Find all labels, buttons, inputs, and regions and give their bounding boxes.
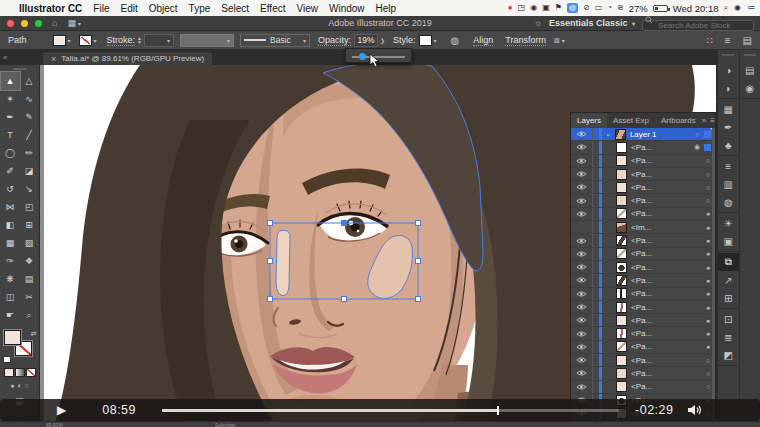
menu-object[interactable]: Object	[149, 3, 178, 14]
layer-thumbnail[interactable]	[616, 142, 627, 153]
shaper-tool[interactable]: ✐	[1, 162, 20, 180]
layer-thumbnail[interactable]	[616, 248, 627, 259]
layer-name[interactable]: <Pa...	[631, 289, 701, 298]
opacity-link[interactable]: Opacity:	[318, 35, 351, 46]
layer-name[interactable]: <Pa...	[631, 342, 701, 351]
artboards-panel-icon[interactable]: ⊞	[718, 289, 739, 307]
layer-name[interactable]: <Pa...	[631, 196, 701, 205]
menu-help[interactable]: Help	[376, 3, 397, 14]
layer-name[interactable]: <Pa...	[631, 236, 701, 245]
target-icon[interactable]: ◉	[690, 143, 704, 151]
active-app-icon[interactable]: ◍	[567, 3, 578, 13]
cc-home-icon[interactable]: ◉	[740, 79, 760, 97]
pen-tool[interactable]: ✒	[1, 108, 20, 126]
layer-name[interactable]: <Pa...	[631, 156, 701, 165]
target-icon[interactable]: ○	[690, 131, 704, 138]
pattern-panel-icon[interactable]: ▥	[718, 175, 739, 193]
layer-name[interactable]: <Pa...	[631, 276, 701, 285]
layer-row[interactable]: <Pa...◉	[571, 141, 715, 154]
minimize-window-button[interactable]	[21, 20, 28, 27]
layer-name[interactable]: Layer 1	[630, 130, 690, 139]
layer-row[interactable]: <Pa...○	[571, 194, 715, 207]
width-tool[interactable]: ⋈	[1, 198, 20, 216]
layer-thumbnail[interactable]	[616, 182, 627, 193]
layer-row[interactable]: <Pa...○	[571, 168, 715, 181]
workspace-switcher-icon[interactable]: ▦▾	[67, 18, 81, 28]
symbol-sprayer-tool[interactable]: ❋	[1, 270, 20, 288]
visibility-toggle[interactable]	[571, 128, 593, 140]
menu-select[interactable]: Select	[221, 3, 249, 14]
layer-thumbnail[interactable]	[616, 302, 627, 313]
progress-bar[interactable]	[162, 409, 619, 412]
stroke-weight-dropdown[interactable]: ▾	[144, 34, 174, 47]
layer-name[interactable]: <Pa...	[631, 369, 701, 378]
menu-effect[interactable]: Effect	[260, 3, 285, 14]
paintbrush-tool[interactable]: ✏	[20, 144, 39, 162]
layer-row[interactable]: <Im...●	[571, 221, 715, 234]
workspace-selector[interactable]: Essentials Classic ▾	[549, 18, 635, 28]
gradient-panel-icon[interactable]: ◗	[718, 79, 739, 97]
pathfinder-panel-icon[interactable]: ◩	[718, 346, 739, 364]
visibility-toggle[interactable]	[571, 354, 593, 366]
gpu-performance-icon[interactable]: ☼	[534, 18, 542, 28]
visibility-toggle[interactable]	[571, 341, 593, 353]
curvature-tool[interactable]: ✎	[20, 108, 39, 126]
gradient-tool[interactable]: ▨	[20, 234, 39, 252]
transform-link[interactable]: Transform	[505, 35, 546, 46]
layer-thumbnail[interactable]	[616, 381, 627, 392]
app-menu[interactable]: Illustrator CC	[19, 3, 82, 14]
artboard-tool[interactable]: ◫	[1, 288, 20, 306]
lasso-tool[interactable]: ∿	[20, 90, 39, 108]
menubar-clock[interactable]: Wed 20:18	[673, 3, 719, 14]
close-window-button[interactable]	[7, 20, 14, 27]
brush-dropdown[interactable]: Basic▾	[240, 34, 310, 47]
layer-name[interactable]: <Pa...	[631, 329, 701, 338]
fill-swatch-control[interactable]: ▾	[53, 35, 71, 46]
visibility-toggle[interactable]	[571, 155, 593, 167]
playhead[interactable]	[497, 406, 499, 415]
swatches-panel-icon[interactable]: ▦	[718, 100, 739, 118]
visibility-toggle[interactable]	[571, 314, 593, 326]
color-button[interactable]	[4, 368, 14, 377]
panel-menu-icon[interactable]: ▤	[743, 35, 752, 46]
home-icon[interactable]: ⌂	[52, 18, 57, 28]
layer-name[interactable]: <Pa...	[631, 143, 690, 152]
visibility-toggle[interactable]	[571, 208, 593, 220]
layers-panel-icon[interactable]: ⧉	[718, 253, 739, 271]
visibility-toggle[interactable]	[571, 327, 593, 339]
blend-tool[interactable]: ❖	[20, 252, 39, 270]
layer-row[interactable]: <Pa...●	[571, 208, 715, 221]
visibility-toggle[interactable]	[571, 181, 593, 193]
layer-name[interactable]: <Pa...	[631, 249, 701, 258]
transparency-panel-icon[interactable]: ◍	[718, 193, 739, 211]
drawing-mode-1[interactable]: ●	[10, 382, 14, 389]
layer-name[interactable]: <Pa...	[631, 263, 701, 272]
visibility-toggle[interactable]	[571, 141, 593, 153]
menu-edit[interactable]: Edit	[120, 3, 137, 14]
wifi-icon[interactable]: ≋	[617, 4, 624, 12]
layer-thumbnail[interactable]	[616, 262, 627, 273]
selection-tool[interactable]: ▲	[1, 72, 20, 90]
magic-wand-tool[interactable]: ✶	[1, 90, 20, 108]
layer-row[interactable]: <Pa...○	[571, 354, 715, 367]
layer-thumbnail[interactable]	[616, 368, 627, 379]
notification-icon[interactable]: ⚑	[555, 4, 562, 12]
shape-builder-tool[interactable]: ◧	[1, 216, 20, 234]
eraser-tool[interactable]: ◪	[20, 162, 39, 180]
time-machine-icon[interactable]: ◔	[607, 4, 612, 12]
layer-name[interactable]: <Im...	[631, 223, 701, 232]
gradient-button[interactable]	[15, 368, 25, 377]
visibility-toggle[interactable]	[571, 301, 593, 313]
stroke-panel-icon[interactable]: ≡	[718, 157, 739, 175]
visibility-toggle[interactable]	[571, 194, 593, 206]
rotate-tool[interactable]: ↺	[1, 180, 20, 198]
perspective-grid-tool[interactable]: ⊞	[20, 216, 39, 234]
layer-thumbnail[interactable]	[616, 275, 627, 286]
stroke-link[interactable]: Stroke:	[107, 35, 136, 46]
transform-panel-icon[interactable]: ⊡	[718, 310, 739, 328]
layer-thumbnail[interactable]	[616, 195, 627, 206]
menu-file[interactable]: File	[93, 3, 109, 14]
isolate-selection-icon[interactable]: ⧈▾	[554, 35, 565, 46]
layer-row[interactable]: <Pa...●	[571, 341, 715, 354]
drawing-mode-2[interactable]: ◐	[17, 382, 21, 389]
